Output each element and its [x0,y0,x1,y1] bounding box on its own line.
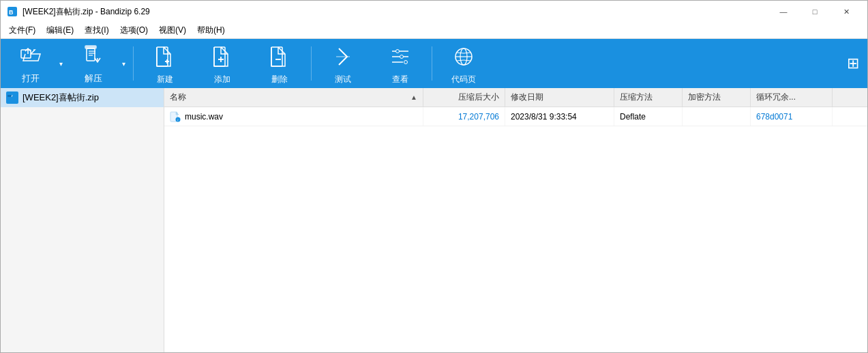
title-bar: B [WEEK2]喜帖街.zip - Bandizip 6.29 — □ ✕ [1,1,867,23]
file-encrypt-cell [683,107,751,126]
view-label: 查看 [392,75,408,83]
add-button[interactable]: 添加 [195,40,250,87]
delete-label: 删除 [271,75,288,83]
menu-find[interactable]: 查找(I) [79,23,114,38]
open-tool-group: 打开 ▾ [6,40,66,87]
delete-icon [267,44,292,72]
col-size-label: 压缩后大小 [458,91,499,103]
menu-help[interactable]: 帮助(H) [192,23,230,38]
open-dropdown-arrow[interactable]: ▾ [55,40,66,87]
svg-point-16 [400,55,404,58]
new-label: 新建 [157,75,173,83]
menu-options[interactable]: 选项(O) [115,23,153,38]
file-list-body: ♪ music.wav 17,207,706 2023/8/31 9:33:54… [164,107,867,352]
menu-view[interactable]: 视图(V) [153,23,192,38]
view-icon [388,44,413,72]
file-method-cell: Deflate [614,107,683,126]
extract-label: 解压 [85,72,102,85]
file-date-text: 2023/8/31 9:33:54 [511,112,577,122]
test-icon [331,44,355,72]
col-header-encrypt[interactable]: 加密方法 [683,88,751,107]
extract-tool-group: 解压 ▾ [69,40,129,87]
toolbar-sep-2 [311,46,312,81]
zip-folder-icon [6,91,18,104]
sort-arrow: ▲ [410,94,417,101]
add-label: 添加 [214,75,230,83]
codepage-button[interactable]: 代码页 [436,40,491,87]
file-size-text: 17,207,706 [458,112,499,122]
add-icon [210,44,235,72]
table-row[interactable]: ♪ music.wav 17,207,706 2023/8/31 9:33:54… [164,107,867,126]
open-button[interactable]: 打开 [6,40,55,87]
col-crc-label: 循环冗余... [756,91,796,103]
svg-point-15 [396,49,400,53]
layout-toggle-icon[interactable]: ⊞ [844,52,862,75]
app-icon: B [6,5,18,18]
extract-icon [81,43,106,70]
svg-rect-4 [87,48,95,61]
col-header-name[interactable]: 名称 ▲ [164,88,423,107]
col-header-size[interactable]: 压缩后大小 [423,88,505,107]
new-button[interactable]: 新建 [138,40,192,87]
svg-point-17 [404,60,408,63]
svg-rect-22 [8,95,12,97]
file-type-icon: ♪ [170,111,181,122]
window-title: [WEEK2]喜帖街.zip - Bandizip 6.29 [23,6,768,18]
toolbar: 打开 ▾ 解压 ▾ [1,39,867,88]
extract-button[interactable]: 解压 [69,40,118,87]
file-name-text: music.wav [185,112,223,122]
codepage-icon [451,44,476,72]
file-size-cell: 17,207,706 [423,107,505,126]
maximize-button[interactable]: □ [799,1,830,23]
file-method-text: Deflate [620,112,646,122]
test-button[interactable]: 测试 [316,40,370,87]
test-label: 测试 [335,75,351,83]
file-name-cell: ♪ music.wav [164,107,423,126]
sidebar: [WEEK2]喜帖街.zip [1,88,164,352]
col-header-crc[interactable]: 循环冗余... [751,88,833,107]
col-header-date[interactable]: 修改日期 [505,88,614,107]
delete-button[interactable]: 删除 [252,40,307,87]
new-icon [153,44,177,72]
codepage-label: 代码页 [451,75,476,83]
col-date-label: 修改日期 [511,91,543,103]
file-crc-text: 678d0071 [756,112,792,122]
main-area: [WEEK2]喜帖街.zip 名称 ▲ 压缩后大小 修改日期 压缩方法 加密方法 [1,88,867,352]
file-list-header: 名称 ▲ 压缩后大小 修改日期 压缩方法 加密方法 循环冗余... [164,88,867,107]
file-list: 名称 ▲ 压缩后大小 修改日期 压缩方法 加密方法 循环冗余... [164,88,867,352]
sidebar-zip-label: [WEEK2]喜帖街.zip [23,91,99,104]
window-controls: — □ ✕ [768,1,862,23]
file-crc-cell: 678d0071 [751,107,833,126]
extract-dropdown-arrow[interactable]: ▾ [118,40,129,87]
menu-bar: 文件(F) 编辑(E) 查找(I) 选项(O) 视图(V) 帮助(H) [1,23,867,39]
open-label: 打开 [22,72,40,85]
col-header-method[interactable]: 压缩方法 [614,88,683,107]
view-button[interactable]: 查看 [373,40,428,87]
toolbar-sep-3 [432,46,432,81]
menu-edit[interactable]: 编辑(E) [41,23,79,38]
file-date-cell: 2023/8/31 9:33:54 [505,107,614,126]
svg-text:B: B [9,9,14,16]
minimize-button[interactable]: — [768,1,799,23]
sidebar-item-zip[interactable]: [WEEK2]喜帖街.zip [1,88,164,107]
open-icon [18,43,43,70]
col-name-label: 名称 [170,91,186,103]
menu-file[interactable]: 文件(F) [3,23,41,38]
toolbar-sep-1 [133,46,134,81]
close-button[interactable]: ✕ [830,1,862,23]
col-encrypt-label: 加密方法 [688,91,721,103]
col-method-label: 压缩方法 [620,91,653,103]
